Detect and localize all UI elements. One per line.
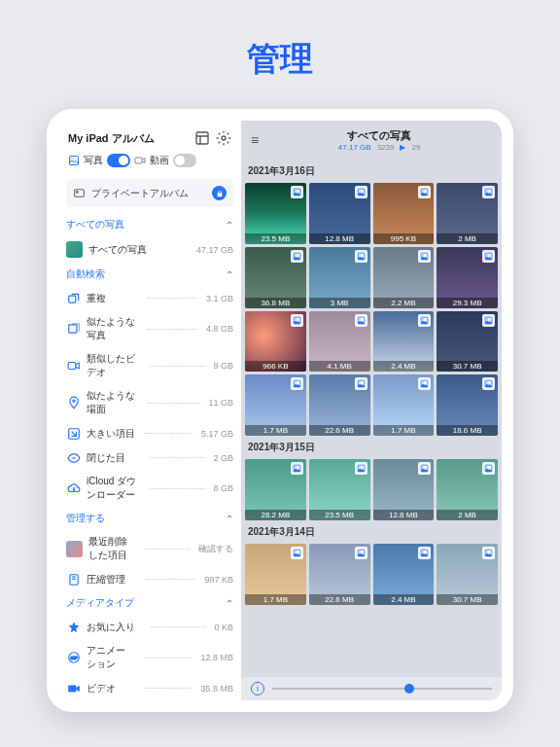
sidebar-item-manage-1[interactable]: 圧縮管理987 KB	[66, 567, 233, 591]
sidebar-item-auto-2[interactable]: 類似したビデオ9 GB	[66, 347, 233, 384]
svg-point-57	[295, 551, 296, 551]
chevron-up-icon: ⌃	[226, 514, 233, 524]
sidebar-item-auto-0[interactable]: 重複3.1 GB	[66, 286, 233, 310]
svg-point-51	[359, 466, 360, 467]
photo-cell[interactable]: 12.8 MB	[373, 459, 435, 520]
photo-cell[interactable]: 28.2 MB	[245, 459, 306, 520]
sidebar-item-all-photos[interactable]: すべての写真47.17 GB	[66, 236, 233, 263]
album-icon	[73, 187, 86, 199]
photo-cell[interactable]: 30.7 MB	[437, 544, 498, 605]
photo-badge-icon	[291, 377, 303, 390]
chevron-up-icon: ⌃	[226, 598, 233, 609]
photo-badge-icon	[355, 547, 368, 559]
photo-cell[interactable]: 12.8 MB	[309, 183, 370, 244]
photo-size: 23.5 MB	[245, 233, 306, 244]
video-toggle-label: 動画	[150, 154, 169, 167]
photo-cell[interactable]: 2.4 MB	[373, 311, 435, 373]
section-manage[interactable]: 管理する⌃	[66, 507, 233, 530]
video-toggle[interactable]	[173, 154, 196, 167]
svg-point-25	[295, 254, 296, 255]
sidebar-item-media-1[interactable]: GIFアニメーション12.8 MB	[66, 639, 233, 676]
photo-cell[interactable]: 3 MB	[309, 247, 370, 308]
photo-cell[interactable]: 36.8 MB	[245, 247, 306, 308]
svg-point-3	[71, 158, 73, 160]
photo-cell[interactable]: 1.7 MB	[373, 374, 435, 436]
photo-badge-icon	[418, 186, 431, 198]
item-icon	[66, 681, 81, 695]
item-icon	[66, 322, 81, 337]
photo-cell[interactable]: 2 MB	[437, 183, 498, 244]
photo-badge-icon	[418, 462, 431, 475]
svg-point-27	[359, 254, 360, 255]
photo-size: 2.2 MB	[373, 298, 435, 308]
photo-cell[interactable]: 23.5 MB	[245, 183, 306, 244]
photo-badge-icon	[355, 377, 368, 390]
svg-point-33	[295, 318, 296, 319]
svg-point-53	[423, 466, 424, 467]
photo-size: 3 MB	[309, 298, 370, 308]
photo-badge-icon	[482, 377, 495, 390]
info-icon[interactable]: i	[251, 682, 264, 695]
sidebar-item-media-2[interactable]: ビデオ35.8 MB	[66, 676, 233, 700]
date-header: 2021年3月16日	[245, 160, 502, 183]
device-frame: My iPad アルバム 写真 動画 プライベートアルバム すべての写真⌃すべて…	[47, 109, 513, 712]
item-icon	[66, 426, 81, 441]
photo-cell[interactable]: 2.4 MB	[373, 544, 435, 605]
photo-size: 12.8 MB	[309, 233, 370, 244]
photo-badge-icon	[291, 314, 303, 327]
sidebar-item-auto-5[interactable]: 閉じた目2 GB	[66, 445, 233, 470]
item-icon	[66, 450, 81, 465]
photo-badge-icon	[418, 314, 431, 327]
private-album-button[interactable]: プライベートアルバム	[66, 179, 233, 207]
photo-cell[interactable]: 30.7 MB	[437, 311, 498, 373]
photo-cell[interactable]: 23.5 MB	[309, 459, 370, 520]
section-auto-search[interactable]: 自動検索⌃	[66, 263, 233, 286]
svg-point-49	[295, 466, 296, 467]
hamburger-icon[interactable]: ≡	[251, 132, 259, 148]
svg-rect-15	[68, 685, 76, 692]
photo-toggle[interactable]	[107, 154, 130, 167]
svg-point-21	[423, 190, 424, 191]
photo-badge-icon	[418, 377, 431, 390]
photo-cell[interactable]: 18.6 MB	[437, 374, 498, 436]
gear-icon[interactable]	[216, 130, 231, 146]
screen: My iPad アルバム 写真 動画 プライベートアルバム すべての写真⌃すべて…	[58, 121, 502, 700]
photo-cell[interactable]: 1.7 MB	[245, 544, 306, 605]
photo-cell[interactable]: 22.6 MB	[309, 374, 370, 436]
section-all-photos[interactable]: すべての写真⌃	[66, 213, 233, 236]
photo-badge-icon	[482, 250, 495, 263]
photo-cell[interactable]: 1.7 MB	[245, 374, 306, 436]
photo-cell[interactable]: 995 KB	[373, 183, 435, 244]
chevron-up-icon: ⌃	[226, 269, 233, 280]
photo-cell[interactable]: 2.2 MB	[373, 247, 435, 308]
chevron-up-icon: ⌃	[226, 220, 233, 231]
photo-size: 36.8 MB	[245, 298, 306, 308]
main-title: すべての写真	[266, 128, 492, 143]
section-media-type[interactable]: メディアタイプ⌃	[66, 591, 233, 615]
layout-icon[interactable]	[194, 130, 210, 146]
photo-cell[interactable]: 2 MB	[437, 459, 498, 520]
sidebar: My iPad アルバム 写真 動画 プライベートアルバム すべての写真⌃すべて…	[58, 121, 241, 700]
photo-cell[interactable]: 22.6 MB	[309, 544, 370, 605]
photo-cell[interactable]: 4.1 MB	[309, 311, 370, 373]
sidebar-item-auto-1[interactable]: 似たような写真4.8 GB	[66, 310, 233, 347]
svg-point-39	[486, 318, 487, 319]
svg-point-29	[423, 254, 424, 255]
item-icon	[66, 291, 81, 305]
svg-point-45	[423, 382, 424, 383]
sidebar-item-auto-6[interactable]: iCloud ダウンローダー8 GB	[66, 470, 233, 507]
zoom-slider[interactable]	[272, 688, 492, 690]
photo-badge-icon	[355, 314, 368, 327]
photo-size: 30.7 MB	[437, 361, 498, 372]
svg-point-63	[486, 551, 487, 551]
photo-cell[interactable]: 29.3 MB	[437, 247, 498, 308]
svg-point-59	[359, 551, 360, 551]
photo-size: 995 KB	[373, 233, 435, 244]
svg-point-37	[423, 318, 424, 319]
sidebar-item-manage-0[interactable]: 最近削除した項目確認する	[66, 530, 233, 567]
photo-cell[interactable]: 966 KB	[245, 311, 306, 373]
date-header: 2021年3月14日	[245, 520, 502, 544]
sidebar-item-auto-3[interactable]: 似たような場面11 GB	[66, 384, 233, 421]
sidebar-item-media-0[interactable]: お気に入り0 KB	[66, 615, 233, 639]
sidebar-item-auto-4[interactable]: 大きい項目5.17 GB	[66, 421, 233, 445]
